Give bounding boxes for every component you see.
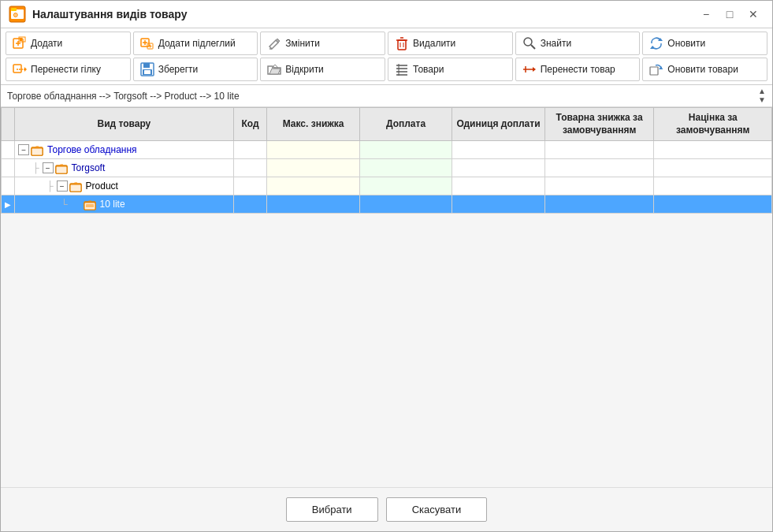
th-indicator (2, 108, 15, 141)
tree-name-cell: − Торгове обладнання (15, 141, 234, 159)
svg-marker-39 (533, 67, 536, 72)
select-button[interactable]: Вибрати (286, 497, 378, 522)
expand-button[interactable]: − (18, 144, 29, 155)
extra-cell (359, 177, 452, 195)
table-row[interactable]: − Торгове обладнання (2, 141, 772, 159)
main-window: ⚙ Налаштування видів товару − □ ✕ Додати (0, 0, 773, 532)
breadcrumb-down[interactable]: ▼ (758, 96, 766, 104)
breadcrumb-bar: Торгове обладнання --> Torgsoft --> Prod… (1, 85, 772, 107)
refresh-button[interactable]: Оновити (642, 32, 767, 55)
breadcrumb: Торгове обладнання --> Torgsoft --> Prod… (7, 91, 240, 102)
folder-icon (69, 180, 82, 192)
move-good-icon (522, 62, 537, 76)
window-title: Налаштування видів товару (32, 8, 689, 20)
tree-name-cell: ├− Product (15, 177, 234, 195)
folder-icon (84, 198, 96, 210)
code-cell (233, 159, 267, 177)
cancel-button[interactable]: Скасувати (386, 497, 488, 522)
svg-line-22 (531, 45, 535, 49)
row-indicator (2, 159, 15, 177)
empty-area (1, 214, 772, 487)
code-cell (233, 177, 267, 195)
trade-disc-cell (544, 141, 654, 159)
th-unit: Одиниця доплати (452, 108, 544, 141)
open-button[interactable]: Відкрити (260, 58, 385, 81)
save-icon (140, 62, 154, 76)
save-button[interactable]: Зберегти (133, 58, 258, 81)
goods-button[interactable]: Товари (388, 58, 513, 81)
svg-text:⚙: ⚙ (13, 12, 18, 19)
table-row[interactable]: ▶└ 10 lite (2, 195, 772, 214)
svg-marker-24 (650, 46, 655, 49)
max-disc-cell (267, 177, 359, 195)
svg-rect-41 (650, 67, 658, 75)
move-branch-button[interactable]: Перенести гілку (6, 58, 131, 81)
extra-cell (359, 195, 452, 214)
svg-rect-25 (13, 65, 21, 73)
code-cell (233, 141, 267, 159)
unit-cell (452, 141, 544, 159)
code-cell (233, 195, 267, 214)
th-extra: Доплата (359, 108, 452, 141)
breadcrumb-nav: ▲ ▼ (758, 87, 766, 104)
maximize-button[interactable]: □ (719, 6, 741, 22)
svg-rect-31 (144, 70, 151, 74)
move-branch-icon (13, 62, 27, 76)
row-indicator (2, 141, 15, 159)
add-button[interactable]: Додати (6, 32, 131, 55)
svg-point-21 (524, 38, 532, 46)
window-controls: − □ ✕ (695, 6, 764, 22)
markup-cell (654, 195, 772, 214)
svg-rect-29 (143, 63, 150, 68)
unit-cell (452, 177, 544, 195)
trade-disc-cell (544, 159, 654, 177)
max-disc-cell (267, 141, 359, 159)
extra-cell (359, 141, 452, 159)
app-icon: ⚙ (9, 6, 26, 23)
refresh-goods-button[interactable]: Оновити товари (642, 58, 767, 81)
trade-disc-cell (544, 177, 654, 195)
breadcrumb-up[interactable]: ▲ (758, 87, 766, 95)
unit-cell (452, 195, 544, 214)
tree-label: Torgsoft (72, 162, 106, 173)
move-good-button[interactable]: Перенести товар (515, 58, 641, 81)
svg-rect-45 (32, 148, 42, 154)
toolbar: Додати Додати підлеглий Змінити (1, 28, 772, 85)
refresh-goods-icon (649, 62, 663, 76)
open-icon (267, 62, 281, 76)
expand-button[interactable]: − (57, 180, 68, 192)
markup-cell (654, 141, 772, 159)
add-icon (13, 36, 27, 50)
markup-cell (654, 177, 772, 195)
svg-rect-55 (86, 204, 94, 207)
expand-button[interactable]: − (43, 162, 54, 173)
folder-icon (31, 143, 43, 156)
add-sub-icon (140, 36, 154, 50)
main-area: Вид товару Код Макс. знижка Доплата Один… (1, 107, 772, 487)
table-row[interactable]: ├− Torgsoft (2, 159, 772, 177)
delete-button[interactable]: Видалити (388, 32, 513, 55)
svg-rect-51 (71, 184, 80, 191)
find-button[interactable]: Знайти (515, 32, 641, 55)
markup-cell (654, 159, 772, 177)
svg-rect-48 (57, 166, 66, 173)
edit-icon (267, 36, 281, 50)
tree-label: 10 lite (100, 199, 125, 210)
table-row[interactable]: ├− Product (2, 177, 772, 195)
tree-name-cell: ├− Torgsoft (15, 159, 234, 177)
find-icon (522, 36, 537, 50)
svg-marker-27 (24, 67, 27, 72)
refresh-icon (649, 36, 663, 50)
add-sub-button[interactable]: Додати підлеглий (133, 32, 258, 55)
close-button[interactable]: ✕ (742, 6, 764, 22)
edit-button[interactable]: Змінити (260, 32, 385, 55)
th-max-disc: Макс. знижка (267, 108, 359, 141)
product-table: Вид товару Код Макс. знижка Доплата Один… (1, 107, 772, 214)
delete-icon (395, 36, 409, 50)
tree-name-cell: └ 10 lite (15, 195, 234, 214)
svg-rect-8 (20, 38, 22, 41)
minimize-button[interactable]: − (695, 6, 717, 22)
table-header-row: Вид товару Код Макс. знижка Доплата Один… (2, 108, 772, 141)
max-disc-cell (267, 159, 359, 177)
title-bar: ⚙ Налаштування видів товару − □ ✕ (1, 1, 772, 28)
